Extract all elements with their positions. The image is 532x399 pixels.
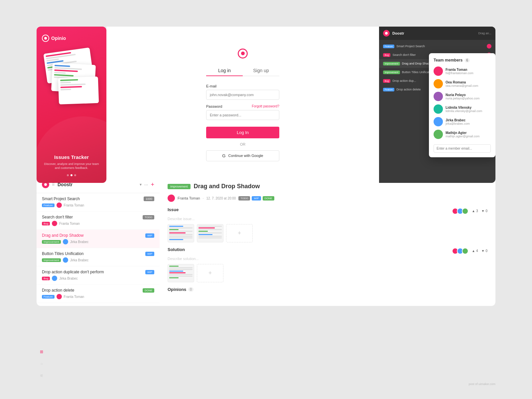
rc-item-1[interactable]: Feature Smart Project Search [379,42,495,51]
email-field[interactable] [206,90,279,100]
member-info-6: Mathijn Agter mathijn.agter@gmail.com [446,131,479,138]
member-email-3: nuria.pelayo@yahoo.com [446,97,479,100]
issue-tag-2: Bug [42,222,50,225]
issue-author-2: Franta Toman [59,222,80,225]
member-avatar-5 [434,117,443,126]
issue-badge-2: TODO [143,215,154,219]
app-screenshots [42,51,101,151]
add-screenshot-button[interactable]: + [226,224,253,242]
issue-detail-title: Drag and Drop Shadow [194,183,260,190]
status-wip: WIP [252,196,261,200]
issue-author-5: Jirka Brabec [59,277,78,280]
issue-item-3[interactable]: Drag and Drop Shadow WIP Improvement Jir… [37,230,160,248]
issue-author-4: Jirka Brabec [70,258,89,262]
issue-list: Smart Project Search 1000 Feature Franta… [37,193,160,303]
issue-avatar-2 [52,221,57,226]
issue-avatar-5 [52,276,57,281]
issue-vote-row: ▲ 3 ▼ 0 [452,208,487,214]
issue-badge-5: WIP [145,270,154,274]
solution-screenshots: + [168,264,487,282]
doostr-dark-title: Doostr [392,31,475,35]
nav-icon-grid[interactable]: ⊞ [38,348,45,355]
team-members-popup: Team members 6 Franta Toman hi@frantatom… [429,53,495,157]
password-field[interactable] [206,110,279,120]
opinions-label: Opinions [168,287,186,292]
google-login-button[interactable]: G Continue with Google [206,150,279,161]
rc-title-1: Smart Project Search [396,45,485,48]
issue-item-5[interactable]: Drop action duplicate don't perform WIP … [37,266,160,285]
member-name-5: Jirka Brabec [446,118,470,122]
issue-item-1[interactable]: Smart Project Search 1000 Feature Franta… [37,193,160,211]
member-info-1: Franta Toman hi@frantatoman.com [446,68,473,75]
team-popup-header: Team members 6 [434,58,491,63]
dot-2[interactable] [70,174,72,176]
add-solution-screenshot-button[interactable]: + [197,264,223,282]
sv-av-3 [462,248,468,254]
issue-item-6[interactable]: Drop action delete DONE Feature Franta T… [37,285,160,303]
issue-vote-down[interactable]: ▼ 0 [481,209,487,213]
member-name-1: Franta Toman [446,68,473,71]
add-member-input[interactable] [434,144,491,153]
forgot-password-link[interactable]: Forgott password? [252,104,279,108]
tab-signup[interactable]: Sign up [243,65,279,76]
more-options-icon[interactable]: ··· [144,182,148,187]
email-group: E-mail [206,84,279,100]
rc-tag-improvement-2: Improvement [383,70,400,74]
rc-avatar-1 [487,44,491,49]
add-issue-icon[interactable]: + [151,181,154,188]
auth-tabs: Log in Sign up [206,65,279,76]
issue-vote-avatars [452,208,468,214]
issue-item-2[interactable]: Search don't filter TODO Bug Franta Toma… [37,211,160,230]
rc-tag-bug: Bug [383,53,390,57]
issue-tag-6: Feature [42,295,55,299]
member-info-4: Lidmila Vilensky lidmila.vilensky@gmail.… [446,106,482,113]
issue-badge-1: 1000 [144,197,154,201]
password-group: Password Forgott password? [206,104,279,120]
solution-vote-down[interactable]: ▼ 0 [481,249,487,253]
member-info-3: Nuria Pelayo nuria.pelayo@yahoo.com [446,93,479,100]
issue-title-1: Smart Project Search [42,197,80,201]
doostr-sidebar: ⠿ Doostr ▾ ··· + Smart Project Search 10… [37,176,160,306]
nav-icon-folder[interactable]: ○ [38,360,45,367]
nav-icon-chart[interactable]: ⚟ [38,372,45,379]
login-button[interactable]: Log In [206,127,279,138]
issue-badge-6: DONE [143,288,154,293]
issue-title-5: Drop action duplicate don't perform [42,270,104,274]
issue-tag-3: Improvement [42,240,61,244]
issue-author-6: Franta Toman [64,295,84,299]
or-divider: OR [206,142,279,146]
issue-detail-header: Improvement Drag and Drop Shadow [168,183,487,190]
member-1: Franta Toman hi@frantatoman.com [434,66,491,76]
opinio-logo-icon [42,35,49,42]
member-info-5: Jirka Brabec jirka@brabec.com [446,118,470,125]
issue-title-6: Drop action delete [42,288,74,293]
dot-1[interactable] [67,174,69,176]
member-6: Mathijn Agter mathijn.agter@gmail.com [434,130,491,139]
rc-tag-improvement-1: Improvement [383,62,400,66]
member-2: Oea Romana oea.romana@gmail.com [434,79,491,88]
status-todo: TODO [238,196,250,200]
issue-avatar-1 [57,202,62,208]
issue-screenshots: + [168,224,487,242]
dropdown-icon[interactable]: ▾ [140,182,142,187]
issue-author-name: Franta Toman [178,196,200,200]
member-email-6: mathijn.agter@gmail.com [446,135,479,138]
issue-vote-up[interactable]: ▲ 3 [472,209,478,213]
member-name-3: Nuria Pelayo [446,93,479,97]
login-logo [238,49,248,59]
doostr-dark-logo [383,30,390,37]
issue-author-3: Jirka Brabec [70,240,89,244]
issue-date-value: 12. 7. 2020 at 20:00 [206,197,236,200]
issue-item-4[interactable]: Button Titles Unification WIP Improvemen… [37,248,160,266]
watermark: post of uimaker.com [468,382,495,386]
opinio-logo: Opinio [42,35,66,42]
issue-tag-4: Improvement [42,258,61,262]
issue-avatar-6 [57,294,62,299]
login-form: E-mail Password Forgott password? Log In… [206,84,279,161]
tab-login[interactable]: Log in [206,65,243,76]
dot-3[interactable] [74,174,76,176]
solution-vote-up[interactable]: ▲ 4 [472,249,478,253]
issue-badge-3: WIP [145,233,154,238]
google-button-label: Continue with Google [228,154,263,158]
promo-title: Issues Tracker [42,154,101,160]
